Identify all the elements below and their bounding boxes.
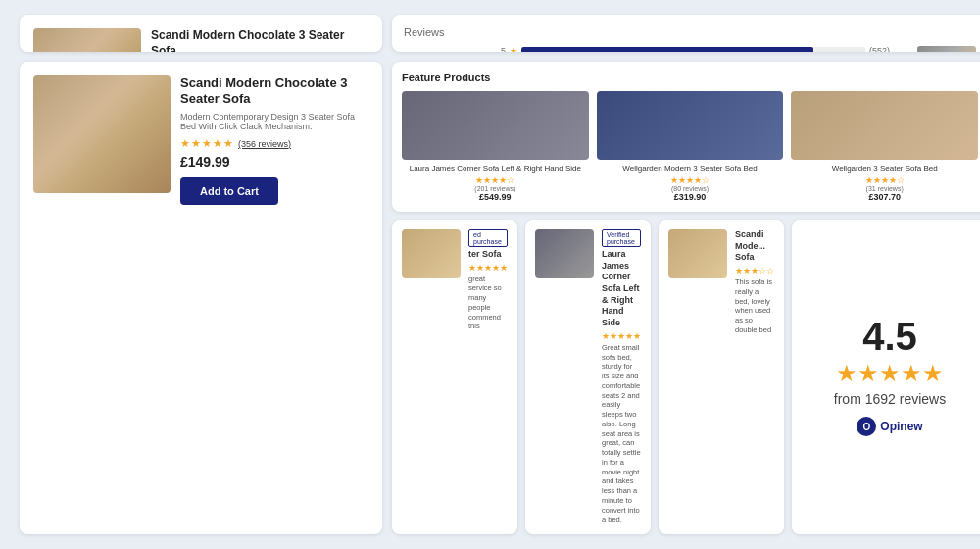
product-card-2: Scandi Modern Chocolate 3 Seater Sofa Mo… xyxy=(20,62,382,534)
bottom-row: ed purchase ter Sofa ★★★★★ great service… xyxy=(392,220,980,534)
snippet-stars-1: ★★★★★ xyxy=(468,263,508,273)
snippet-text-1: great service so many people commend thi… xyxy=(468,274,508,332)
snippet-product-2: Verified purchase Laura James Corner Sof… xyxy=(525,220,651,534)
feature-reviews-3: (31 reviews) xyxy=(791,185,978,192)
snippet-text-2: Great small sofa bed, sturdy for its siz… xyxy=(602,343,641,524)
product-price-2: £149.99 xyxy=(180,154,368,170)
bar-fill xyxy=(521,47,813,52)
feature-stars-2: ★★★★☆ xyxy=(597,175,784,185)
badge-from-text: from 1692 reviews xyxy=(834,391,946,407)
bar-track xyxy=(521,47,865,52)
feature-item-3: Wellgarden 3 Seater Sofa Bed ★★★★☆ (31 r… xyxy=(791,91,978,202)
snippet-info-1: ed purchase ter Sofa ★★★★★ great service… xyxy=(468,229,508,524)
rating-bars-section: 5 ★ (552) 4 ★ (246) 3 ★ (15) xyxy=(496,46,904,52)
feature-item-1: Laura James Corner Sofa Left & Right Han… xyxy=(402,91,589,202)
feature-item-2: Wellgarden Modern 3 Seater Sofa Bed ★★★★… xyxy=(597,91,784,202)
snippet-product-1: ed purchase ter Sofa ★★★★★ great service… xyxy=(392,220,517,534)
bottom-right-section: Feature Products Laura James Corner Sofa… xyxy=(392,62,980,534)
product-stars-2: ★★★★★ xyxy=(180,137,234,150)
product-subtitle-2: Modern Contemporary Design 3 Seater Sofa… xyxy=(180,112,368,131)
feature-image-3 xyxy=(791,91,978,160)
snippet-name-2: Laura James Corner Sofa Left & Right Han… xyxy=(602,249,641,329)
snippet-name-1: ter Sofa xyxy=(468,249,508,261)
rating-badge-card: 4.5 ★★★★★ from 1692 reviews O Opinew xyxy=(792,220,980,534)
feature-price-2: £319.90 xyxy=(597,192,784,202)
feature-stars-3: ★★★★☆ xyxy=(791,175,978,185)
feature-image-1 xyxy=(402,91,589,160)
reviews-detail-card: Reviews 4.8 ★★★★½ from 356 reviews 5 ★ (… xyxy=(392,15,980,52)
product-title-2: Scandi Modern Chocolate 3 Seater Sofa xyxy=(180,75,368,109)
snippet-product-3: Scandi Mode... Sofa ★★★☆☆ This sofa is r… xyxy=(659,220,784,534)
badge-rating-number: 4.5 xyxy=(862,317,917,356)
bar-row-5: 5 ★ (552) xyxy=(496,46,904,52)
snippet-stars-3: ★★★☆☆ xyxy=(735,266,774,275)
opinew-text: Opinew xyxy=(880,420,922,433)
feature-stars-1: ★★★★☆ xyxy=(402,175,589,185)
feature-reviews-2: (80 reviews) xyxy=(597,185,784,192)
feature-name-2: Wellgarden Modern 3 Seater Sofa Bed xyxy=(597,164,784,174)
feature-products-card: Feature Products Laura James Corner Sofa… xyxy=(392,62,980,212)
snippet-info-3: Scandi Mode... Sofa ★★★☆☆ This sofa is r… xyxy=(735,229,774,524)
feature-price-3: £307.70 xyxy=(791,192,978,202)
product-review-count-2[interactable]: (356 reviews) xyxy=(238,139,291,149)
product-main-row: Scandi Modern Chocolate 3 Seater Sofa Mo… xyxy=(33,28,368,52)
verified-badge-1: ed purchase xyxy=(468,229,508,247)
opinew-icon: O xyxy=(857,417,876,436)
feature-name-1: Laura James Corner Sofa Left & Right Han… xyxy=(402,164,589,174)
snippet-name-3: Scandi Mode... Sofa xyxy=(735,229,774,264)
feature-image-2 xyxy=(597,91,784,160)
reviews-header-label: Reviews xyxy=(404,26,976,38)
product-image-2 xyxy=(33,75,171,193)
product-title: Scandi Modern Chocolate 3 Seater Sofa xyxy=(151,28,368,52)
feature-name-3: Wellgarden 3 Seater Sofa Bed xyxy=(791,164,978,174)
product-info-2: Scandi Modern Chocolate 3 Seater Sofa Mo… xyxy=(180,75,368,206)
snippet-info-2: Verified purchase Laura James Corner Sof… xyxy=(602,229,641,524)
product-detail-card: Scandi Modern Chocolate 3 Seater Sofa Mo… xyxy=(20,15,382,52)
product-image xyxy=(33,28,141,52)
product-thumb-1[interactable] xyxy=(917,46,976,52)
product-info: Scandi Modern Chocolate 3 Seater Sofa Mo… xyxy=(151,28,368,52)
feature-price-1: £549.99 xyxy=(402,192,589,202)
feature-reviews-1: (201 reviews) xyxy=(402,185,589,192)
feature-products-grid: Laura James Corner Sofa Left & Right Han… xyxy=(402,91,978,202)
add-to-cart-button-2[interactable]: Add to Cart xyxy=(180,177,278,205)
rating-summary: 4.8 ★★★★½ from 356 reviews xyxy=(404,46,482,52)
verified-badge-2: Verified purchase xyxy=(602,229,641,247)
snippet-stars-2: ★★★★★ xyxy=(602,331,641,341)
product-rating-row-2: ★★★★★ (356 reviews) xyxy=(180,137,368,150)
snippet-image-3 xyxy=(668,229,727,278)
opinew-logo: O Opinew xyxy=(857,417,922,436)
snippet-image-2 xyxy=(535,229,594,278)
product-thumbnails xyxy=(917,46,976,52)
feature-products-title: Feature Products xyxy=(402,72,978,83)
snippet-image-1 xyxy=(402,229,461,278)
snippet-text-3: This sofa is really a bed, lovely when u… xyxy=(735,277,774,335)
reviews-top-section: 4.8 ★★★★½ from 356 reviews 5 ★ (552) 4 ★… xyxy=(404,46,976,52)
badge-stars: ★★★★★ xyxy=(836,360,944,387)
